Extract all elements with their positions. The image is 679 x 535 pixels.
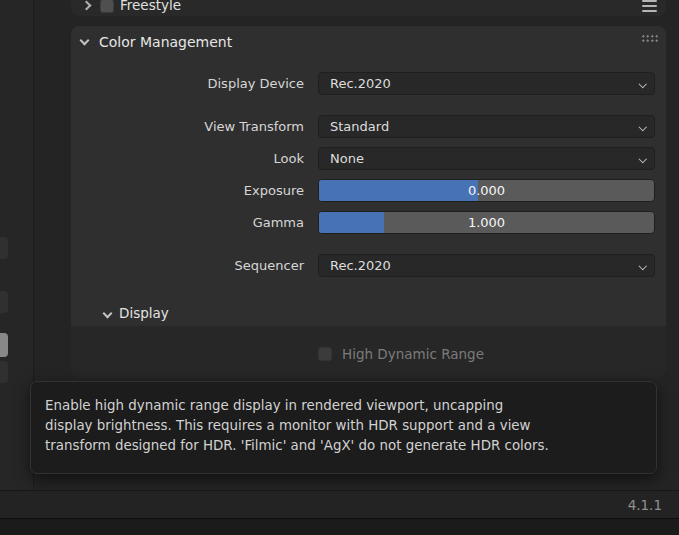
chevron-down-icon [638,155,646,163]
color-management-header[interactable]: Color Management [71,26,666,56]
exposure-value: 0.000 [319,180,654,201]
display-subpanel-title: Display [119,302,169,324]
look-label: Look [124,147,304,170]
properties-tab-active-partial[interactable] [0,333,8,357]
blender-properties-editor: Freestyle Color Management Display Devic… [0,0,679,535]
panel-drag-grip-icon[interactable] [641,34,658,43]
chevron-down-icon [103,309,113,319]
properties-tab-partial[interactable] [0,361,8,383]
chevron-right-icon [82,1,92,11]
chevron-down-icon [638,262,646,270]
gamma-slider[interactable]: 1.000 [318,211,655,234]
tooltip-line: Enable high dynamic range display in ren… [45,396,642,416]
view-transform-value: Standard [330,119,389,134]
hdr-tooltip: Enable high dynamic range display in ren… [30,381,657,474]
gamma-label: Gamma [124,211,304,234]
display-device-value: Rec.2020 [330,76,391,91]
properties-tab-partial[interactable] [0,291,8,313]
look-value: None [330,151,364,166]
display-subpanel-content: High Dynamic Range [71,326,666,378]
blender-version-label: 4.1.1 [628,493,662,517]
chevron-down-icon [638,123,646,131]
exposure-label: Exposure [124,179,304,202]
high-dynamic-range-label: High Dynamic Range [342,343,484,365]
tooltip-line: transform designed for HDR. 'Filmic' and… [45,436,642,456]
color-management-title: Color Management [99,31,232,53]
freestyle-checkbox[interactable] [100,0,114,13]
gamma-value: 1.000 [319,212,654,233]
look-dropdown[interactable]: None [318,147,655,170]
status-bar: 4.1.1 [0,491,679,518]
chevron-down-icon [80,36,90,46]
view-transform-dropdown[interactable]: Standard [318,115,655,138]
color-management-panel: Color Management Display Device Rec.2020… [71,26,666,326]
sequencer-value: Rec.2020 [330,258,391,273]
sequencer-label: Sequencer [124,254,304,277]
view-transform-label: View Transform [124,115,304,138]
panel-menu-icon[interactable] [642,0,657,13]
high-dynamic-range-checkbox[interactable] [318,347,332,361]
window-bottom-edge [0,518,679,535]
display-device-label: Display Device [124,72,304,95]
properties-tab-partial[interactable] [0,237,8,259]
properties-tab-column [0,0,34,490]
display-device-dropdown[interactable]: Rec.2020 [318,72,655,95]
freestyle-panel-title: Freestyle [120,0,181,13]
exposure-slider[interactable]: 0.000 [318,179,655,202]
tooltip-line: display brightness. This requires a moni… [45,416,642,436]
chevron-down-icon [638,80,646,88]
sequencer-dropdown[interactable]: Rec.2020 [318,254,655,277]
freestyle-panel-header[interactable]: Freestyle [71,0,666,16]
